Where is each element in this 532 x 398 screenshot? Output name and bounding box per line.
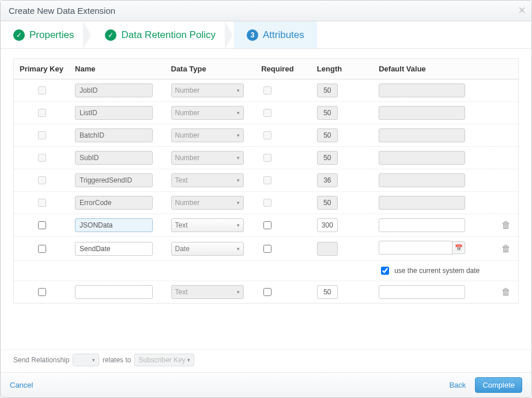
length-input [317,196,338,210]
default-date-input[interactable] [379,241,452,255]
name-input[interactable] [75,218,153,232]
name-input [75,173,153,187]
table-row: Number▾ [14,147,519,169]
calendar-icon[interactable]: 📅 [452,241,465,254]
step-label: Data Retention Policy [121,29,215,41]
name-input [75,196,153,210]
primary-key-checkbox[interactable] [38,131,46,139]
primary-key-checkbox[interactable] [38,288,46,296]
name-input [75,84,153,97]
send-relationship-label: Send Relationship [13,356,69,364]
complete-button[interactable]: Complete [475,377,522,393]
required-checkbox[interactable] [263,154,271,162]
name-input [75,106,153,120]
col-default-value: Default Value [373,59,493,79]
length-input[interactable] [317,242,338,256]
chevron-down-icon: ▾ [237,88,240,93]
default-value-input [379,84,465,97]
table-row: Number▾ [14,79,519,102]
required-checkbox[interactable] [263,245,271,253]
relationship-field-select[interactable]: ▾ [73,354,99,366]
default-value-input [379,128,465,142]
col-name: Name [69,59,165,79]
required-checkbox[interactable] [263,288,271,296]
name-input[interactable] [75,242,153,256]
table-row: Text▾🗑 [14,214,519,237]
chevron-down-icon: ▾ [187,357,190,363]
primary-key-checkbox[interactable] [38,86,46,94]
trash-icon[interactable]: 🗑 [501,244,511,253]
chevron-down-icon: ▾ [237,222,240,228]
primary-key-checkbox[interactable] [38,176,46,184]
chevron-down-icon: ▾ [237,155,240,161]
modal-title: Create New Data Extension [9,6,115,16]
length-input[interactable] [317,218,338,232]
trash-icon[interactable]: 🗑 [501,220,511,230]
required-checkbox[interactable] [263,221,271,229]
data-type-select: Number▾ [171,128,244,142]
modal-body: Primary Key Name Data Type Required Leng… [1,49,531,350]
use-current-date-checkbox[interactable] [381,267,389,275]
required-checkbox[interactable] [263,131,271,139]
data-type-select: Text▾ [171,285,244,299]
chevron-down-icon: ▾ [237,177,240,183]
col-actions [494,59,519,79]
default-value-input [379,196,465,210]
chevron-down-icon: ▾ [92,357,95,363]
primary-key-checkbox[interactable] [38,154,46,162]
step-label: Attributes [263,29,304,41]
table-row: Number▾ [14,124,519,147]
required-checkbox[interactable] [263,109,271,117]
data-type-select: Number▾ [171,151,244,165]
send-relationship-row: Send Relationship ▾ relates to Subscribe… [1,350,531,372]
attributes-table: Primary Key Name Data Type Required Leng… [13,58,519,304]
data-type-select: Number▾ [171,106,244,120]
primary-key-checkbox[interactable] [38,245,46,253]
default-value-input[interactable] [379,285,465,299]
modal-header: Create New Data Extension × [1,1,531,21]
length-input [317,84,338,97]
primary-key-checkbox[interactable] [38,221,46,229]
required-checkbox[interactable] [263,176,271,184]
default-value-input[interactable] [379,218,465,232]
table-row: Number▾ [14,192,519,214]
length-input [317,151,338,165]
data-type-select[interactable]: Date▾ [171,242,244,256]
primary-key-checkbox[interactable] [38,109,46,117]
name-input [75,128,153,142]
name-input[interactable] [75,285,153,299]
back-button[interactable]: Back [449,381,466,389]
wizard-steps: ✓ Properties ✓ Data Retention Policy 3 A… [1,21,531,49]
table-row: Number▾ [14,102,519,124]
length-input [317,173,338,187]
table-row: Text▾🗑 [14,281,519,304]
relationship-target-select[interactable]: Subscriber Key ▾ [134,354,194,366]
modal-footer: Cancel Back Complete [1,372,531,397]
default-value-input [379,151,465,165]
step-number-badge: 3 [247,29,258,41]
length-input[interactable] [317,285,338,299]
chevron-right-icon [225,21,233,49]
col-required: Required [255,59,311,79]
required-checkbox[interactable] [263,86,271,94]
name-input [75,151,153,165]
primary-key-checkbox[interactable] [38,199,46,207]
col-length: Length [311,59,373,79]
data-type-select[interactable]: Text▾ [171,218,244,232]
step-data-retention[interactable]: ✓ Data Retention Policy [92,21,228,48]
default-value-input [379,173,465,187]
step-properties[interactable]: ✓ Properties [1,21,86,48]
trash-icon[interactable]: 🗑 [501,287,511,297]
required-checkbox[interactable] [263,199,271,207]
step-attributes[interactable]: 3 Attributes [234,21,317,48]
close-icon[interactable]: × [518,4,526,17]
default-value-input [379,106,465,120]
cancel-button[interactable]: Cancel [10,381,33,389]
col-data-type: Data Type [165,59,256,79]
chevron-down-icon: ▾ [237,246,240,252]
data-type-select: Text▾ [171,173,244,187]
chevron-down-icon: ▾ [237,132,240,138]
use-current-date-label: use the current system date [394,267,480,275]
use-current-date-option[interactable]: use the current system date [379,265,480,276]
length-input [317,106,338,120]
